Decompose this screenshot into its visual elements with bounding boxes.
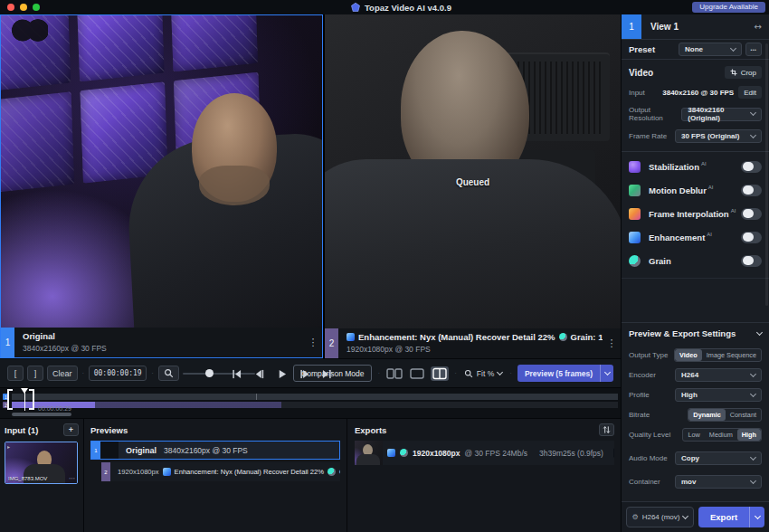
add-input-button[interactable]: + xyxy=(63,423,79,436)
preview-row1-meta: 3840x2160px @ 30 FPS xyxy=(164,446,248,455)
grain-toggle[interactable] xyxy=(741,255,762,267)
timeline[interactable]: 1 2 00:00:00:29 xyxy=(0,387,621,418)
previous-frame-button[interactable] xyxy=(254,369,264,379)
export-preset-button[interactable]: ⚙ H264 (mov) xyxy=(626,507,694,527)
toolbar-separator: · xyxy=(81,369,86,377)
preset-more-button[interactable]: ••• xyxy=(745,43,762,56)
enhanced-video-frame[interactable]: Queued xyxy=(325,14,621,328)
topaz-logo-icon xyxy=(351,3,360,12)
original-panel-menu-icon[interactable]: ⋮ xyxy=(304,328,322,357)
input-menu-icon[interactable]: ⋯ xyxy=(69,475,75,482)
set-out-point-button[interactable]: ] xyxy=(27,366,43,381)
preview-row2-resolution: 1920x1080px xyxy=(118,468,159,476)
set-in-point-button[interactable]: [ xyxy=(7,366,24,381)
zoom-window-button[interactable] xyxy=(33,4,40,11)
trim-out-handle[interactable] xyxy=(30,389,34,410)
output-type-image-sequence-option[interactable]: Image Sequence xyxy=(702,349,761,361)
sort-exports-button[interactable] xyxy=(599,423,614,436)
next-frame-button[interactable] xyxy=(299,369,309,379)
edit-input-button[interactable]: Edit xyxy=(738,86,762,99)
preset-dropdown[interactable]: None xyxy=(679,43,742,56)
view-panel-enhanced[interactable]: Queued 2 Enhancement: Nyx (Manual) Recov… xyxy=(323,14,621,358)
go-to-start-button[interactable] xyxy=(232,369,242,379)
frame-rate-dropdown[interactable]: 30 FPS (Original) xyxy=(675,129,762,143)
timeline-scrollbar[interactable] xyxy=(12,413,71,416)
upgrade-available-button[interactable]: Upgrade Available xyxy=(692,2,765,13)
playback-controls xyxy=(232,359,332,388)
output-resolution-dropdown[interactable]: 3840x2160 (Original) xyxy=(681,108,762,121)
person-beard-decor xyxy=(199,166,270,205)
timecode-field[interactable]: 00:00:00:19 xyxy=(89,366,147,381)
app-title: Topaz Video AI v4.0.9 xyxy=(351,0,451,14)
resize-panel-icon[interactable]: ↔ xyxy=(755,22,762,32)
preview-options-button[interactable] xyxy=(600,365,613,382)
timeline-track-original[interactable] xyxy=(12,394,618,400)
timeline-zoom-button[interactable] xyxy=(158,366,179,381)
output-resolution-label: Output Resolution xyxy=(629,106,681,122)
toolbar-separator: · xyxy=(508,369,513,377)
preview-row-enhanced[interactable]: 2 1920x1080px Enhancement: Nyx (Manual) … xyxy=(101,462,340,481)
view-2-badge[interactable]: 2 xyxy=(325,328,338,358)
container-dropdown[interactable]: mov xyxy=(675,475,762,489)
bitrate-constant-option[interactable]: Constant xyxy=(726,409,761,421)
magnifier-icon xyxy=(464,369,473,378)
chevron-down-icon xyxy=(750,109,756,116)
encoder-label: Encoder xyxy=(629,371,656,379)
view-panel-original[interactable]: 1 Original 3840x2160px @ 30 FPS ⋮ xyxy=(0,14,323,358)
single-view-icon[interactable] xyxy=(408,366,426,381)
original-panel-meta: 3840x2160px @ 30 FPS xyxy=(23,344,304,353)
profile-dropdown[interactable]: High xyxy=(675,388,762,402)
slider-knob[interactable] xyxy=(205,369,214,377)
play-button[interactable] xyxy=(277,369,287,379)
quality-low-option[interactable]: Low xyxy=(683,429,704,441)
frame-interpolation-toggle[interactable] xyxy=(741,208,762,220)
bitrate-dynamic-option[interactable]: Dynamic xyxy=(688,409,725,421)
grain-icon xyxy=(629,255,641,267)
sidebar-scrollbar[interactable] xyxy=(765,43,768,306)
stabilization-toggle[interactable] xyxy=(741,161,762,173)
preview-button-label: Preview (5 frames) xyxy=(517,365,600,382)
view-number-badge[interactable]: 1 xyxy=(622,14,641,39)
export-row[interactable]: 1920x1080px @ 30 FPS 24Mb/s 3h39m25s (0.… xyxy=(355,441,614,465)
enhancement-label: Enhancement: Nyx (Manual) Recover Detail… xyxy=(358,332,555,342)
preview-button[interactable]: Preview (5 frames) xyxy=(517,365,613,382)
view-1-badge[interactable]: 1 xyxy=(1,328,14,357)
quality-medium-option[interactable]: Medium xyxy=(705,429,737,441)
minimize-window-button[interactable] xyxy=(20,4,27,11)
ai-superscript: AI xyxy=(701,161,707,166)
go-to-end-button[interactable] xyxy=(322,369,332,379)
enhancement-toggle[interactable] xyxy=(741,232,762,243)
split-view-icon[interactable] xyxy=(431,366,449,381)
output-type-video-option[interactable]: Video xyxy=(675,349,702,361)
export-progress-badge: 9% xyxy=(613,448,614,458)
filter-row-frame-interpolation: Frame Interpolation AI xyxy=(629,202,762,225)
enhanced-panel-menu-icon[interactable]: ⋮ xyxy=(603,328,621,358)
filter-name: Enhancement xyxy=(649,233,705,242)
preview-row2-enhancement: Enhancement: Nyx (Manual) Recover Detail… xyxy=(175,468,324,476)
container-label: Container xyxy=(629,478,660,486)
side-by-side-view-icon[interactable] xyxy=(385,366,403,381)
clear-trim-button[interactable]: Clear xyxy=(47,366,78,381)
collapse-section-icon[interactable] xyxy=(756,328,763,335)
playhead[interactable] xyxy=(21,388,29,412)
preview-row-original[interactable]: 1 Original 3840x2160px @ 30 FPS xyxy=(90,441,340,460)
quality-high-option[interactable]: High xyxy=(737,429,761,441)
exports-panel: Exports 1920x1080px @ 30 FP xyxy=(347,419,621,532)
encoder-dropdown[interactable]: H264 xyxy=(675,368,762,382)
zoom-fit-dropdown[interactable]: Fit % xyxy=(462,369,504,378)
original-video-frame[interactable] xyxy=(1,15,322,328)
export-preset-label: H264 (mov) xyxy=(642,513,680,521)
crop-button[interactable]: Crop xyxy=(725,66,762,79)
quality-segmented: Low Medium High xyxy=(682,428,762,442)
export-button-label: Export xyxy=(698,507,749,527)
close-window-button[interactable] xyxy=(7,4,14,11)
timeline-track-enhanced[interactable] xyxy=(12,402,618,408)
chevron-down-icon xyxy=(750,453,756,460)
motion-deblur-toggle[interactable] xyxy=(741,185,762,196)
export-options-button[interactable] xyxy=(749,507,764,527)
export-button[interactable]: Export xyxy=(698,507,764,527)
input-thumbnail[interactable]: ▸ IMG_8783.MOV ⋯ xyxy=(5,442,78,484)
trim-in-handle[interactable] xyxy=(7,389,12,410)
audio-mode-dropdown[interactable]: Copy xyxy=(675,451,762,465)
profile-value: High xyxy=(681,391,698,399)
